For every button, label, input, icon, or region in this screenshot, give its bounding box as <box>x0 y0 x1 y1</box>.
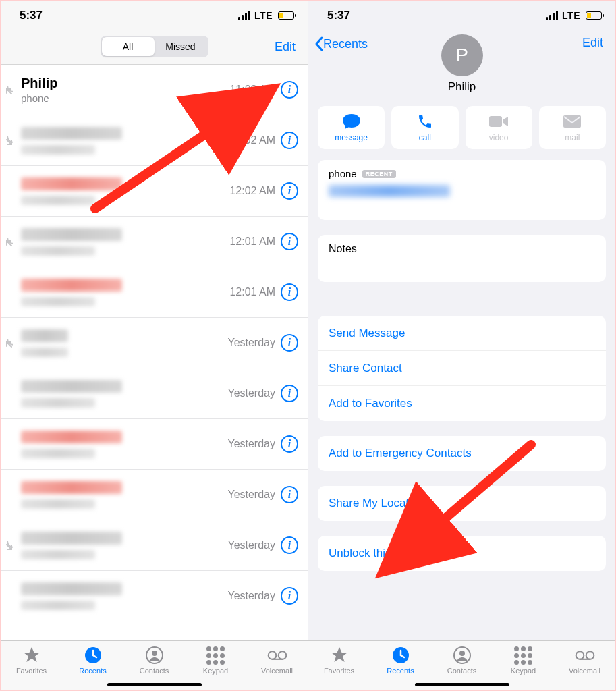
outgoing-call-icon <box>3 539 16 551</box>
phone-field-label: phone RECENT <box>329 168 595 179</box>
info-button[interactable]: i <box>281 233 298 250</box>
call-time: Yesterday <box>227 438 275 450</box>
status-right: LTE <box>238 10 294 21</box>
outgoing-call-icon <box>3 134 16 146</box>
message-label: message <box>335 133 368 142</box>
back-label: Recents <box>323 37 368 51</box>
call-row[interactable]: Yesterdayi <box>1 571 308 621</box>
tab-favorites[interactable]: Favorites <box>312 645 366 675</box>
info-button[interactable]: i <box>281 385 298 402</box>
call-time: 11:03 AM <box>229 84 275 96</box>
svg-point-12 <box>459 651 465 656</box>
tab-recents[interactable]: Recents <box>66 645 120 675</box>
redacted-sub <box>21 550 95 559</box>
recents-icon <box>83 645 103 665</box>
call-row[interactable]: 12:02 AMi <box>1 115 308 166</box>
info-button[interactable]: i <box>281 81 298 99</box>
keypad-icon <box>206 645 226 665</box>
call-row[interactable]: Yesterdayi <box>1 470 308 520</box>
phone-label-text: phone <box>329 168 357 179</box>
status-bar: 5:37 LTE <box>308 1 615 30</box>
tab-voicemail[interactable]: Voicemail <box>250 645 304 675</box>
redacted-name <box>21 279 122 292</box>
tab-keypad[interactable]: Keypad <box>497 645 551 675</box>
share-contact-row[interactable]: Share Contact <box>318 351 606 386</box>
info-button[interactable]: i <box>281 334 298 352</box>
status-bar: 5:37 LTE <box>1 1 308 30</box>
segment-missed[interactable]: Missed <box>155 37 207 56</box>
svg-point-4 <box>268 651 276 659</box>
info-button[interactable]: i <box>281 435 298 453</box>
redacted-name <box>21 228 122 241</box>
call-row[interactable]: Yesterdayi <box>1 419 308 470</box>
tab-favorites[interactable]: Favorites <box>5 645 59 675</box>
info-button[interactable]: i <box>281 536 298 554</box>
edit-button[interactable]: Edit <box>582 36 603 50</box>
call-row[interactable]: 12:01 AMi <box>1 217 308 267</box>
tab-voicemail[interactable]: Voicemail <box>558 645 612 675</box>
message-icon <box>341 113 362 130</box>
call-row[interactable]: Yesterdayi <box>1 520 308 571</box>
redacted-sub <box>21 246 95 256</box>
network-label: LTE <box>562 10 580 21</box>
tab-label: Favorites <box>16 667 47 675</box>
tab-label: Voicemail <box>261 667 293 675</box>
tab-bar: FavoritesRecentsContactsKeypadVoicemail <box>308 640 615 690</box>
call-time: 12:02 AM <box>229 185 275 197</box>
status-right: LTE <box>546 10 602 21</box>
share-my-location-row[interactable]: Share My Location <box>318 486 606 521</box>
call-time: Yesterday <box>227 539 275 551</box>
call-row[interactable]: Yesterdayi <box>1 318 308 368</box>
favorites-icon <box>22 645 42 665</box>
call-list[interactable]: Philipphone11:03 AMi12:02 AMi12:02 AMi12… <box>1 65 308 640</box>
actions-group-4: Unblock this Caller <box>318 536 606 571</box>
contact-header: Recents Edit P Philip <box>308 30 615 101</box>
call-time: 12:01 AM <box>229 236 275 248</box>
caller-name: Philip <box>21 76 229 91</box>
message-button[interactable]: message <box>318 106 385 149</box>
info-button[interactable]: i <box>281 587 298 605</box>
call-button[interactable]: call <box>391 106 458 149</box>
redacted-name <box>21 582 122 595</box>
svg-point-14 <box>586 651 594 659</box>
info-button[interactable]: i <box>281 132 298 149</box>
tab-keypad[interactable]: Keypad <box>189 645 243 675</box>
redacted-sub <box>21 145 95 155</box>
send-message-row[interactable]: Send Message <box>318 316 606 351</box>
call-time: Yesterday <box>227 337 275 349</box>
tab-label: Contacts <box>140 667 169 675</box>
redacted-name <box>21 431 122 443</box>
call-time: 12:02 AM <box>229 134 275 146</box>
add-to-favorites-row[interactable]: Add to Favorites <box>318 386 606 421</box>
status-time: 5:37 <box>20 9 43 22</box>
tab-contacts[interactable]: Contacts <box>128 645 181 675</box>
svg-point-13 <box>576 651 584 659</box>
phone-card[interactable]: phone RECENT <box>318 160 606 220</box>
back-button[interactable]: Recents <box>314 36 368 52</box>
svg-rect-7 <box>489 116 502 127</box>
tab-contacts[interactable]: Contacts <box>435 645 489 675</box>
tab-recents[interactable]: Recents <box>374 645 428 675</box>
info-button[interactable]: i <box>281 486 298 503</box>
phone-icon <box>417 113 433 130</box>
redacted-sub <box>21 348 68 357</box>
call-row[interactable]: Philipphone11:03 AMi <box>1 65 308 115</box>
add-emergency-contact-row[interactable]: Add to Emergency Contacts <box>318 436 606 471</box>
contact-screen: 5:37 LTE Recents Edit P Philip message <box>308 1 615 690</box>
network-label: LTE <box>254 10 273 21</box>
edit-button[interactable]: Edit <box>275 40 296 54</box>
segmented-control[interactable]: All Missed <box>101 36 208 57</box>
redacted-sub <box>21 601 95 610</box>
call-row[interactable]: Yesterdayi <box>1 368 308 419</box>
tab-label: Recents <box>387 667 414 675</box>
info-button[interactable]: i <box>281 182 298 200</box>
call-row[interactable]: 12:01 AMi <box>1 267 308 318</box>
notes-card[interactable]: Notes <box>318 235 606 282</box>
contact-name: Philip <box>448 80 476 94</box>
home-indicator <box>107 683 202 686</box>
voicemail-icon <box>267 645 287 665</box>
segment-all[interactable]: All <box>102 37 155 56</box>
unblock-caller-row[interactable]: Unblock this Caller <box>318 536 606 571</box>
call-row[interactable]: 12:02 AMi <box>1 166 308 217</box>
info-button[interactable]: i <box>281 283 298 301</box>
